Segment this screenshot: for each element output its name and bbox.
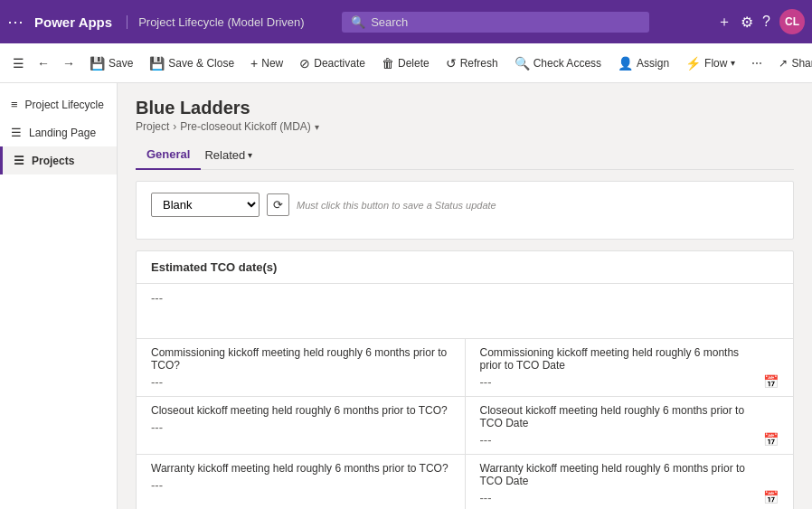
status-hint: Must click this button to save a Status … xyxy=(297,200,496,211)
data-table: Estimated TCO date(s) --- Commissioning … xyxy=(136,250,794,509)
table-header: Estimated TCO date(s) xyxy=(137,251,793,284)
app-title: Project Lifecycle (Model Driven) xyxy=(127,15,305,29)
warranty-date-label: Warranty kickoff meeting held roughly 6 … xyxy=(480,462,764,487)
flow-button[interactable]: ⚡ Flow ▾ xyxy=(678,52,742,74)
tab-general[interactable]: General xyxy=(136,140,201,170)
table-cell-tco-date: --- xyxy=(137,284,793,338)
breadcrumb-dropdown-icon[interactable]: ▾ xyxy=(315,122,319,132)
warranty-q-value: --- xyxy=(151,478,450,492)
closeout-q-label: Closeout kickoff meeting held roughly 6 … xyxy=(151,404,450,417)
sidebar-project-lifecycle-icon: ≡ xyxy=(11,98,18,111)
status-select[interactable]: Blank Active Inactive xyxy=(151,193,260,217)
status-icon-button[interactable]: ⟳ xyxy=(267,193,289,216)
calendar-icon[interactable]: 📅 xyxy=(763,374,779,389)
check-access-icon: 🔍 xyxy=(515,56,530,71)
closeout-date-value: --- xyxy=(480,433,764,447)
breadcrumb-parent: Project xyxy=(136,120,169,133)
closeout-date-row: Closeout kickoff meeting held roughly 6 … xyxy=(480,404,779,447)
settings-icon[interactable]: ⚙ xyxy=(741,14,753,31)
refresh-button[interactable]: ↺ Refresh xyxy=(439,52,505,74)
warranty-date-value: --- xyxy=(480,491,764,504)
more-icon: ⋯ xyxy=(751,57,762,70)
hamburger-menu[interactable]: ☰ xyxy=(7,52,30,74)
status-form-section: Blank Active Inactive ⟳ Must click this … xyxy=(136,181,794,240)
tab-related[interactable]: Related ▾ xyxy=(201,141,256,169)
table-cell-commissioning-date: Commissioning kickoff meeting held rough… xyxy=(466,339,794,396)
commissioning-q-value: --- xyxy=(151,375,450,389)
table-cell-closeout-q: Closeout kickoff meeting held roughly 6 … xyxy=(137,397,466,454)
avatar[interactable]: CL xyxy=(779,9,805,34)
top-nav-right: ＋ ⚙ ? CL xyxy=(717,9,805,34)
breadcrumb-current: Pre-closeout Kickoff (MDA) xyxy=(180,120,311,133)
commissioning-date-row: Commissioning kickoff meeting held rough… xyxy=(480,346,779,389)
table-row: Commissioning kickoff meeting held rough… xyxy=(137,339,793,397)
search-box[interactable]: 🔍 xyxy=(342,12,649,33)
flow-icon: ⚡ xyxy=(685,56,701,71)
page-title: Blue Ladders xyxy=(136,98,794,118)
save-close-button[interactable]: 💾 Save & Close xyxy=(142,52,241,74)
sidebar-landing-page-icon: ☰ xyxy=(11,126,22,139)
search-input[interactable] xyxy=(371,15,640,29)
body-layout: ≡ Project Lifecycle ☰ Landing Page ☰ Pro… xyxy=(0,83,812,509)
sidebar-projects-icon: ☰ xyxy=(14,154,24,167)
sidebar-item-project-lifecycle[interactable]: ≡ Project Lifecycle xyxy=(0,90,117,118)
brand-name: Power Apps xyxy=(34,14,112,30)
delete-icon: 🗑 xyxy=(382,56,394,71)
help-icon[interactable]: ? xyxy=(762,14,770,30)
commissioning-q-label: Commissioning kickoff meeting held rough… xyxy=(151,346,450,372)
back-button[interactable]: ← xyxy=(32,52,55,74)
save-close-icon: 💾 xyxy=(149,56,165,71)
closeout-date-label: Closeout kickoff meeting held roughly 6 … xyxy=(480,404,764,429)
delete-button[interactable]: 🗑 Delete xyxy=(374,52,437,74)
sidebar-item-projects[interactable]: ☰ Projects xyxy=(0,146,117,174)
forward-button[interactable]: → xyxy=(57,52,80,74)
nav-controls: ☰ ← → xyxy=(7,52,80,74)
top-nav: ⋯ Power Apps Project Lifecycle (Model Dr… xyxy=(0,0,812,43)
add-button[interactable]: ＋ xyxy=(717,13,732,32)
table-row: Closeout kickoff meeting held roughly 6 … xyxy=(137,397,793,455)
deactivate-icon: ⊘ xyxy=(299,56,310,71)
page-header: Blue Ladders Project › Pre-closeout Kick… xyxy=(136,98,794,133)
calendar-icon[interactable]: 📅 xyxy=(763,490,779,504)
share-button[interactable]: ↗ Share ▾ xyxy=(771,53,812,73)
related-chevron-icon: ▾ xyxy=(248,150,252,160)
breadcrumb: Project › Pre-closeout Kickoff (MDA) ▾ xyxy=(136,120,794,133)
status-row: Blank Active Inactive ⟳ Must click this … xyxy=(151,193,779,217)
table-cell-warranty-q: Warranty kickoff meeting held roughly 6 … xyxy=(137,455,466,509)
share-icon: ↗ xyxy=(779,57,788,70)
table-cell-warranty-date: Warranty kickoff meeting held roughly 6 … xyxy=(466,455,794,509)
cmd-right: ↗ Share ▾ xyxy=(771,53,812,73)
commissioning-date-value: --- xyxy=(480,375,764,389)
more-button[interactable]: ⋯ xyxy=(744,53,770,73)
warranty-q-label: Warranty kickoff meeting held roughly 6 … xyxy=(151,462,450,475)
breadcrumb-separator: › xyxy=(173,120,176,133)
command-bar: ☰ ← → 💾 Save 💾 Save & Close + New ⊘ Deac… xyxy=(0,43,812,83)
closeout-q-value: --- xyxy=(151,420,450,434)
sidebar: ≡ Project Lifecycle ☰ Landing Page ☰ Pro… xyxy=(0,83,118,509)
calendar-icon[interactable]: 📅 xyxy=(763,432,779,447)
table-cell-commissioning-q: Commissioning kickoff meeting held rough… xyxy=(137,339,466,396)
assign-button[interactable]: 👤 Assign xyxy=(610,52,676,74)
table-row: --- xyxy=(137,284,793,339)
search-icon: 🔍 xyxy=(351,15,365,29)
refresh-icon: ↺ xyxy=(446,56,457,71)
new-button[interactable]: + New xyxy=(243,52,290,74)
deactivate-button[interactable]: ⊘ Deactivate xyxy=(292,52,373,74)
apps-grid-icon[interactable]: ⋯ xyxy=(7,12,24,32)
new-icon: + xyxy=(250,56,258,71)
save-icon: 💾 xyxy=(90,56,105,71)
save-button[interactable]: 💾 Save xyxy=(82,52,140,74)
commissioning-date-label: Commissioning kickoff meeting held rough… xyxy=(480,346,764,372)
table-cell-closeout-date: Closeout kickoff meeting held roughly 6 … xyxy=(466,397,794,454)
sidebar-item-landing-page[interactable]: ☰ Landing Page xyxy=(0,118,117,146)
tco-date-value: --- xyxy=(151,291,779,305)
assign-icon: 👤 xyxy=(618,56,633,71)
flow-chevron-icon: ▾ xyxy=(731,58,735,68)
table-row: Warranty kickoff meeting held roughly 6 … xyxy=(137,455,793,509)
tabs: General Related ▾ xyxy=(136,140,794,170)
check-access-button[interactable]: 🔍 Check Access xyxy=(507,52,609,74)
warranty-date-row: Warranty kickoff meeting held roughly 6 … xyxy=(480,462,779,504)
main-content: Blue Ladders Project › Pre-closeout Kick… xyxy=(118,83,812,509)
